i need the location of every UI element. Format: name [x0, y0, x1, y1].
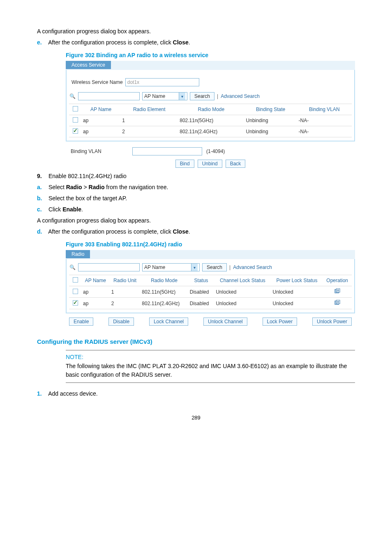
search-input[interactable]: [78, 92, 140, 100]
lock-channel-button[interactable]: Lock Channel: [149, 317, 188, 326]
figure-302-caption: Figure 302 Binding an AP radio to a wire…: [66, 52, 355, 58]
table-row: ap 2 802.11n(2.4GHz) Disabled Unlocked U…: [69, 298, 352, 309]
cell-mode: 802.11n(2.4GHz): [178, 126, 244, 137]
wireless-service-name-input[interactable]: [125, 78, 199, 86]
step-9b: b. Select the box of the target AP.: [37, 194, 355, 203]
cell-pwlock: Unlocked: [271, 286, 323, 298]
search-field-select[interactable]: AP Name ▾: [142, 92, 187, 100]
cell-status: Disabled: [188, 286, 214, 298]
step-number-1: 1.: [37, 389, 47, 398]
col-radio-mode[interactable]: Radio Mode: [178, 104, 244, 115]
tab-bar: Access Service: [66, 61, 355, 70]
col-radio-mode[interactable]: Radio Mode: [140, 275, 188, 286]
unlock-power-button[interactable]: Unlock Power: [312, 317, 352, 326]
enable-button[interactable]: Enable: [69, 317, 93, 326]
row-checkbox[interactable]: [73, 300, 78, 306]
cell-unit: 2: [110, 298, 141, 309]
figure-303-caption: Figure 303 Enabling 802.11n(2.4GHz) radi…: [66, 241, 355, 248]
settings-icon[interactable]: [334, 300, 340, 306]
table-row: ap 1 802.11n(5GHz) Disabled Unlocked Unl…: [69, 286, 352, 298]
cell-ap: ap: [81, 286, 110, 298]
step-letter-d: d.: [37, 227, 47, 236]
step-d-continuation: A configuration progress dialog box appe…: [37, 27, 355, 36]
unbind-button[interactable]: Unbind: [198, 160, 222, 168]
search-button[interactable]: Search: [202, 263, 227, 271]
step-9c: c. Click Enable.: [37, 205, 355, 214]
lock-power-button[interactable]: Lock Power: [263, 317, 297, 326]
page-number: 289: [37, 415, 355, 421]
step-e: e. After the configuration process is co…: [37, 38, 355, 47]
cell-status: Disabled: [188, 298, 214, 309]
cell-ap: ap: [81, 126, 120, 137]
col-status[interactable]: Status: [188, 275, 214, 286]
step-9a: a. Select Radio > Radio from the navigat…: [37, 183, 355, 192]
cell-unit: 1: [110, 286, 141, 298]
col-ap-name[interactable]: AP Name: [81, 275, 110, 286]
binding-vlan-label: Binding VLAN: [71, 148, 128, 154]
row-checkbox[interactable]: [73, 117, 78, 123]
advanced-search-link[interactable]: Advanced Search: [221, 93, 260, 99]
cell-state: Unbinding: [244, 115, 297, 126]
step-number-9: 9.: [37, 172, 47, 181]
col-binding-state[interactable]: Binding State: [244, 104, 297, 115]
step-9d: d. After the configuration process is co…: [37, 227, 355, 236]
button-row: Enable Disable Lock Channel Unlock Chann…: [66, 317, 355, 326]
note-label: NOTE:: [66, 354, 355, 360]
search-icon: 🔍: [69, 93, 76, 99]
note-text: The following takes the IMC (IMC PLAT 3.…: [66, 362, 355, 379]
figure-302-panel: Access Service Wireless Service Name 🔍 A…: [66, 61, 355, 168]
col-radio-element[interactable]: Radio Element: [120, 104, 178, 115]
binding-vlan-row: Binding VLAN (1-4094): [71, 147, 355, 155]
cell-mode: 802.11n(2.4GHz): [140, 298, 188, 309]
cell-elem: 2: [120, 126, 178, 137]
step-9c-note: A configuration progress dialog box appe…: [37, 216, 355, 225]
col-channel-lock[interactable]: Channel Lock Status: [214, 275, 271, 286]
row-checkbox[interactable]: [73, 128, 78, 134]
settings-icon[interactable]: [334, 288, 340, 294]
row-checkbox[interactable]: [73, 289, 78, 294]
cell-vlan: -NA-: [297, 126, 352, 137]
cell-pwlock: Unlocked: [271, 298, 323, 309]
tab-radio[interactable]: Radio: [66, 250, 90, 258]
search-button[interactable]: Search: [190, 92, 214, 100]
step-9-text: Enable 802.11n(2.4GHz) radio: [48, 173, 127, 179]
table-row: ap 1 802.11n(5GHz) Unbinding -NA-: [69, 115, 352, 126]
button-row: Bind Unbind Back: [66, 160, 355, 168]
cell-vlan: -NA-: [297, 115, 352, 126]
step-letter-a: a.: [37, 183, 47, 192]
bind-button[interactable]: Bind: [175, 160, 194, 168]
select-all-checkbox[interactable]: [73, 106, 78, 111]
step-1: 1. Add access device.: [37, 389, 355, 398]
advanced-search-link[interactable]: Advanced Search: [233, 264, 272, 270]
select-value: AP Name: [144, 264, 165, 270]
table-row: ap 2 802.11n(2.4GHz) Unbinding -NA-: [69, 126, 352, 137]
cell-state: Unbinding: [244, 126, 297, 137]
step-letter-c: c.: [37, 205, 47, 214]
step-1-text: Add access device.: [48, 390, 98, 397]
wireless-service-name-label: Wireless Service Name: [71, 79, 123, 85]
binding-vlan-input[interactable]: [132, 147, 202, 155]
unlock-channel-button[interactable]: Unlock Channel: [203, 317, 247, 326]
col-binding-vlan[interactable]: Binding VLAN: [297, 104, 352, 115]
col-radio-unit[interactable]: Radio Unit: [110, 275, 141, 286]
cell-chlock: Unlocked: [214, 298, 271, 309]
tab-access-service[interactable]: Access Service: [66, 61, 111, 69]
ap-radio-table: AP Name Radio Element Radio Mode Binding…: [69, 104, 352, 137]
chevron-down-icon: ▾: [179, 93, 185, 100]
figure-302-body: Wireless Service Name 🔍 AP Name ▾ Search…: [66, 70, 355, 141]
col-power-lock[interactable]: Power Lock Status: [271, 275, 323, 286]
figure-303-body: 🔍 AP Name ▾ Search | Advanced Search AP …: [66, 259, 355, 313]
cell-mode: 802.11n(5GHz): [140, 286, 188, 298]
cell-chlock: Unlocked: [214, 286, 271, 298]
cell-elem: 1: [120, 115, 178, 126]
step-e-text: After the configuration process is compl…: [48, 39, 190, 46]
disable-button[interactable]: Disable: [108, 317, 134, 326]
back-button[interactable]: Back: [226, 160, 246, 168]
col-ap-name[interactable]: AP Name: [81, 104, 120, 115]
select-all-checkbox[interactable]: [73, 277, 78, 283]
step-letter-b: b.: [37, 194, 47, 203]
col-operation[interactable]: Operation: [323, 275, 352, 286]
select-value: AP Name: [144, 93, 165, 99]
search-input[interactable]: [78, 263, 140, 271]
search-field-select[interactable]: AP Name ▾: [142, 263, 200, 271]
